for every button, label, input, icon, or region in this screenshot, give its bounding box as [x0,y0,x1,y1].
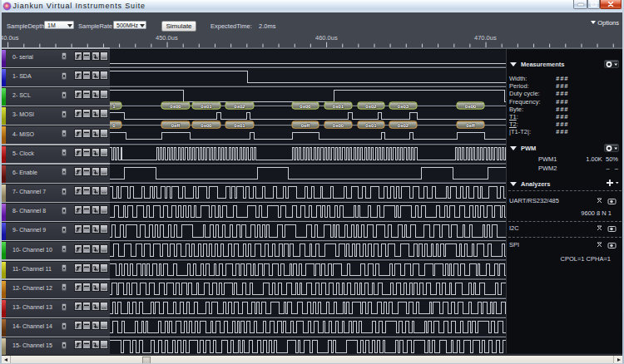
svg-text:0x00: 0x00 [170,104,181,109]
svg-text:0x01: 0x01 [201,104,212,109]
svg-text:0x00: 0x00 [333,123,344,128]
svg-text:0x00: 0x00 [300,104,311,109]
svg-text:0x03: 0x03 [398,104,409,109]
svg-text:0x01: 0x01 [234,123,245,128]
svg-text:0x01: 0x01 [333,104,344,109]
svg-text:0xff: 0xff [301,123,311,128]
svg-text:0x00: 0x00 [201,123,212,128]
svg-text:0x02: 0x02 [365,104,377,109]
svg-text:0xff: 0xff [466,123,476,128]
svg-text:0x02: 0x02 [234,104,245,109]
svg-text:0xff: 0xff [171,123,181,128]
svg-text:0x00: 0x00 [465,104,477,109]
svg-text:0x01: 0x01 [365,123,377,128]
svg-text:0x02: 0x02 [398,123,409,128]
